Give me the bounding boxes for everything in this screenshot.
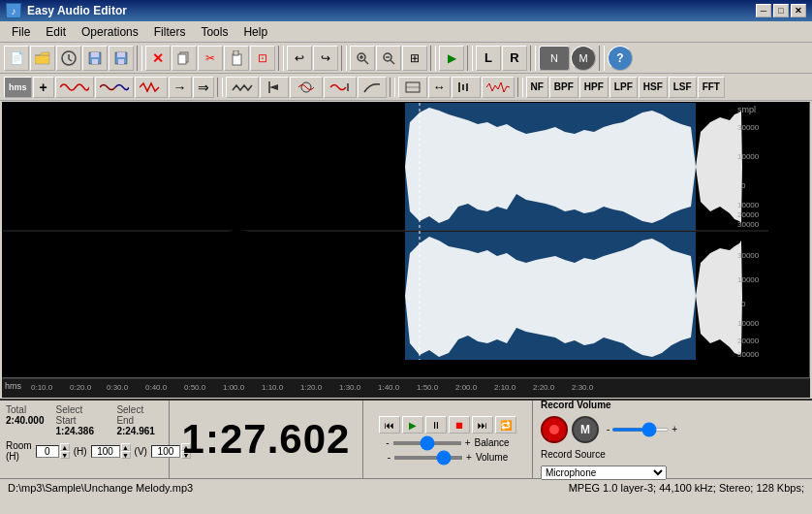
timeline-0-20: 0:20.0 xyxy=(70,383,91,392)
pause-button[interactable]: ⏸ xyxy=(425,416,447,434)
close-button[interactable]: ✕ xyxy=(791,4,806,17)
svg-text:10000: 10000 xyxy=(737,201,760,209)
svg-marker-23 xyxy=(269,84,278,90)
h-spin-up[interactable]: ▲ xyxy=(121,443,131,451)
save-button[interactable] xyxy=(82,46,108,71)
timeline-0-10: 0:10.0 xyxy=(31,383,52,392)
timeline: hms 0:10.0 0:20.0 0:30.0 0:40.0 0:50.0 1… xyxy=(2,378,810,398)
close-file-button[interactable]: ✕ xyxy=(145,46,171,71)
menu-operations[interactable]: Operations xyxy=(74,23,146,41)
play-button[interactable]: ▶ xyxy=(402,416,423,434)
wave-select1-button[interactable] xyxy=(55,77,94,98)
room-spin-up[interactable]: ▲ xyxy=(60,443,70,451)
mark-button[interactable] xyxy=(260,77,289,98)
go-start-button[interactable]: ⏮ xyxy=(379,416,400,434)
undo-button[interactable]: ↩ xyxy=(287,46,312,71)
svg-text:20000: 20000 xyxy=(737,337,760,345)
fft-button[interactable]: FFT xyxy=(698,77,725,98)
pitch-button[interactable] xyxy=(452,77,481,98)
timeline-1-40: 1:40.0 xyxy=(378,383,399,392)
svg-text:30000: 30000 xyxy=(737,350,760,359)
help-button[interactable]: ? xyxy=(608,46,633,71)
svg-line-16 xyxy=(364,60,368,64)
waveform-container[interactable]: smpl 30000 10000 0 10000 20000 30000 300… xyxy=(2,102,810,378)
restore-button[interactable]: □ xyxy=(773,4,789,17)
balance-slider[interactable] xyxy=(393,441,461,445)
separator-4 xyxy=(430,46,436,71)
minimize-button[interactable]: ─ xyxy=(756,4,771,17)
room-input[interactable] xyxy=(36,445,59,458)
room-spinner[interactable]: ▲ ▼ xyxy=(36,443,70,459)
h-input[interactable] xyxy=(91,445,120,458)
h-spinner[interactable]: ▲ ▼ xyxy=(91,443,131,459)
status-info-panel: Total 2:40.000 Select Start 1:24.386 Sel… xyxy=(0,401,170,478)
h-spin-down[interactable]: ▼ xyxy=(121,451,131,459)
redo-button[interactable]: ↪ xyxy=(313,46,338,71)
monitor-button[interactable]: M xyxy=(572,416,599,443)
loop-button[interactable]: 🔁 xyxy=(495,416,516,434)
compress-button[interactable] xyxy=(290,77,323,98)
vol-curve-button[interactable] xyxy=(358,77,387,98)
paste-button[interactable] xyxy=(224,46,249,71)
menu-tools[interactable]: Tools xyxy=(193,23,235,41)
cut-button[interactable]: ✂ xyxy=(198,46,223,71)
cursor-tool-button[interactable]: + xyxy=(33,77,54,98)
total-section: Total 2:40.000 xyxy=(6,404,44,436)
go-end-button[interactable]: ⏭ xyxy=(472,416,493,434)
volume-slider[interactable] xyxy=(394,456,462,460)
normalize-button[interactable]: N xyxy=(539,46,570,71)
bpf-button[interactable]: BPF xyxy=(549,77,578,98)
record-volume-slider[interactable] xyxy=(611,428,670,432)
menu-filters[interactable]: Filters xyxy=(146,23,194,41)
saveas-button[interactable] xyxy=(109,46,134,71)
menu-help[interactable]: Help xyxy=(235,23,275,41)
recent-button[interactable] xyxy=(56,46,81,71)
fwd2-button[interactable]: ⇒ xyxy=(193,77,214,98)
v-label: (V) xyxy=(135,446,147,457)
svg-text:10000: 10000 xyxy=(737,275,760,284)
lsf-button[interactable]: LSF xyxy=(669,77,697,98)
reverse-button[interactable]: ↔ xyxy=(428,77,451,98)
record-source-select[interactable]: Microphone Line In Stereo Mix xyxy=(541,466,667,480)
zoom-out-button[interactable] xyxy=(376,46,401,71)
status-bar: Total 2:40.000 Select Start 1:24.386 Sel… xyxy=(0,399,812,478)
delete-button[interactable]: ⊡ xyxy=(250,46,275,71)
svg-text:20000: 20000 xyxy=(737,210,760,219)
nf-button[interactable]: NF xyxy=(526,77,548,98)
channel-left-button[interactable]: L xyxy=(476,46,501,71)
file-path: D:\mp3\Sample\Unchange Melody.mp3 xyxy=(0,482,406,494)
master-button[interactable]: M xyxy=(571,46,596,71)
rec-vol-minus: - xyxy=(607,424,609,434)
timeline-0-30: 0:30.0 xyxy=(107,383,128,392)
wave-select3-button[interactable] xyxy=(135,77,168,98)
open-button[interactable] xyxy=(30,46,55,71)
loop-mode-button[interactable] xyxy=(226,77,259,98)
total-label: Total xyxy=(6,404,44,415)
expand-button[interactable] xyxy=(324,77,357,98)
record-button[interactable] xyxy=(541,416,568,443)
transport-buttons: ⏮ ▶ ⏸ ⏹ ⏭ 🔁 xyxy=(379,416,516,434)
menu-edit[interactable]: Edit xyxy=(38,23,74,41)
new-button[interactable]: 📄 xyxy=(4,46,29,71)
channel-right-button[interactable]: R xyxy=(502,46,527,71)
noise-button[interactable] xyxy=(482,77,515,98)
timeline-1-10: 1:10.0 xyxy=(262,383,283,392)
hpf-button[interactable]: HPF xyxy=(579,77,609,98)
select-tool-button[interactable] xyxy=(398,77,427,98)
volume-label: Volume xyxy=(476,452,508,463)
copy-channel-button[interactable] xyxy=(172,46,197,71)
stop-button[interactable]: ⏹ xyxy=(449,416,470,434)
zoom-sel-button[interactable]: ⊞ xyxy=(402,46,427,71)
fwd-button[interactable]: → xyxy=(169,77,192,98)
play-sel-button[interactable]: ▶ xyxy=(439,46,464,71)
room-spin-down[interactable]: ▼ xyxy=(60,451,70,459)
wave-select2-button[interactable] xyxy=(95,77,134,98)
total-value: 2:40.000 xyxy=(6,415,44,426)
svg-rect-9 xyxy=(117,52,125,57)
separator-3 xyxy=(341,46,347,71)
menu-file[interactable]: File xyxy=(4,23,38,41)
hsf-button[interactable]: HSF xyxy=(639,77,668,98)
zoom-in-button[interactable] xyxy=(350,46,375,71)
hms-mode-button[interactable]: hms xyxy=(4,77,32,98)
lpf-button[interactable]: LPF xyxy=(609,77,638,98)
